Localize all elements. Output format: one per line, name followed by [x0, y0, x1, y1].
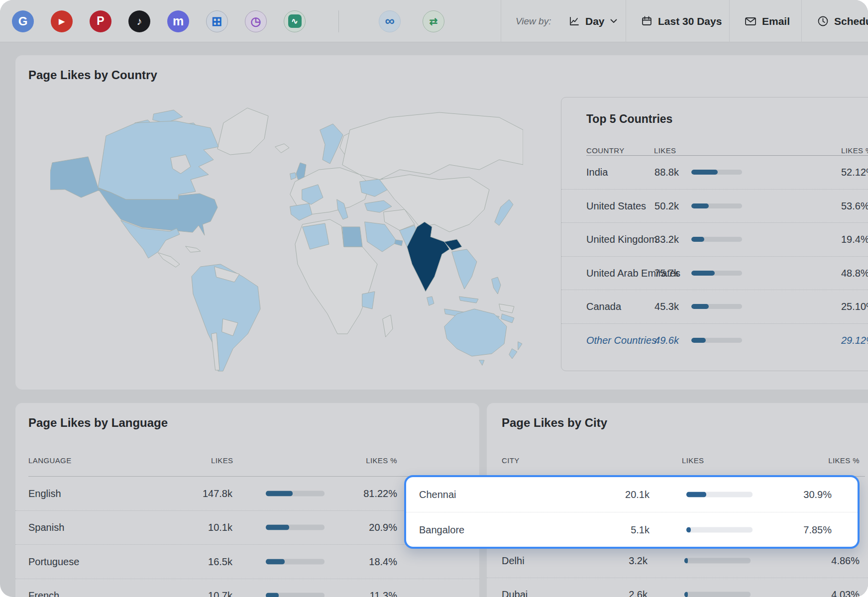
table-row: United States 50.2k 53.6% [561, 189, 868, 223]
network-icon[interactable]: ▶ [51, 10, 73, 32]
table-row: Other Countries 49.6k 29.12% [561, 323, 868, 357]
network-icon[interactable]: P [90, 10, 111, 32]
connected-apps-row: ∞ ⇄ [379, 10, 444, 32]
country-name: India [586, 167, 608, 178]
likes-bar [686, 527, 753, 533]
chevron-down-icon [610, 19, 617, 23]
likes-bar [266, 593, 325, 597]
likes-bar [266, 491, 325, 496]
column-header-country: COUNTRY [586, 146, 625, 155]
connected-app-glyph: ∞ [383, 14, 397, 28]
clock-icon [817, 15, 829, 27]
likes-value: 33.2k [621, 234, 679, 245]
likes-pct-value: 4.03% [795, 589, 860, 597]
likes-bar-fill [684, 592, 688, 597]
column-header-likes-pct: LIKES % [332, 456, 397, 465]
table-row: United Kingdom 33.2k 19.4% [561, 222, 868, 256]
card-title: Page Likes by Language [28, 416, 168, 430]
language-name: French [28, 590, 59, 597]
network-glyph: ∿ [288, 14, 302, 28]
likes-bar [684, 592, 751, 597]
top-bar: G ▶ P ♪ m ⊞ [0, 0, 868, 42]
connected-app-glyph: ⇄ [427, 14, 440, 28]
likes-bar [266, 559, 325, 564]
network-icon[interactable]: ∿ [284, 10, 306, 32]
column-header-city: CITY [502, 456, 520, 465]
likes-value: 10.1k [168, 522, 232, 533]
likes-bar-fill [691, 170, 718, 175]
connected-app-icon[interactable]: ∞ [379, 10, 401, 32]
view-by-label: View by: [516, 0, 551, 42]
likes-bar [691, 304, 742, 309]
line-chart-icon [569, 16, 580, 27]
schedule-button[interactable]: Schedule [817, 0, 868, 42]
likes-value: 10.7k [168, 590, 232, 597]
topbar-divider [801, 0, 802, 42]
network-icon[interactable]: ⊞ [206, 10, 228, 32]
email-label: Email [762, 15, 790, 27]
table-row: Portuguese 16.5k 18.4% [15, 544, 479, 579]
view-mode-dropdown[interactable]: Day [569, 0, 617, 42]
likes-value: 45.3k [621, 301, 679, 312]
likes-bar-fill [266, 593, 279, 597]
column-header-likes-pct: LIKES % [795, 456, 860, 465]
likes-value: 49.6k [621, 334, 679, 346]
column-header-language: LANGUAGE [28, 456, 72, 465]
date-range-value: Last 30 Days [658, 15, 722, 27]
likes-value: 3.2k [583, 555, 648, 566]
icon-group-divider [338, 10, 339, 32]
likes-value: 147.8k [168, 488, 232, 499]
likes-pct-value: 48.8% [841, 267, 868, 279]
network-icon-row: G ▶ P ♪ m ⊞ [12, 0, 444, 42]
likes-bar [684, 558, 751, 563]
likes-bar [691, 203, 742, 208]
likes-pct-value: 19.4% [841, 234, 868, 245]
network-glyph: ⊞ [211, 14, 224, 28]
language-name: Spanish [28, 522, 64, 533]
likes-bar-fill [266, 559, 285, 564]
likes-pct-value: 4.86% [795, 555, 860, 566]
schedule-label: Schedule [834, 15, 868, 27]
network-glyph: G [16, 14, 30, 28]
connected-app-icon[interactable]: ⇄ [423, 10, 444, 32]
likes-value: 88.8k [621, 167, 679, 178]
column-header-likes: LIKES [682, 456, 704, 465]
city-name: Dubai [502, 589, 528, 597]
table-row: United Arab Emirates 75.7k 48.8% [561, 256, 868, 290]
language-name: Portuguese [28, 556, 79, 567]
likes-pct-value: 52.12% [841, 167, 868, 178]
email-button[interactable]: Email [745, 0, 790, 42]
highlight-box: Chennai 20.1k 30.9% Bangalore 5.1k 7.85% [404, 475, 860, 549]
column-header-likes: LIKES [654, 146, 676, 155]
likes-pct-value: 20.9% [332, 522, 397, 533]
network-icon[interactable]: ♪ [128, 10, 150, 32]
date-range-button[interactable]: Last 30 Days [641, 0, 722, 42]
network-icon[interactable]: G [12, 10, 34, 32]
likes-pct-value: 81.22% [332, 488, 397, 499]
city-table: Delhi 3.2k 4.86% Dubai 2.6k 4.03% [487, 544, 868, 597]
table-row: French 10.7k 11.3% [15, 579, 479, 597]
network-icon[interactable]: m [167, 10, 189, 32]
likes-bar [691, 338, 742, 343]
topbar-divider [729, 0, 730, 42]
network-icon[interactable]: ◷ [245, 10, 267, 32]
panel-title: Top 5 Countries [586, 112, 672, 126]
likes-pct-value: 29.12% [841, 334, 868, 346]
likes-pct-value: 25.10% [841, 301, 868, 312]
world-map[interactable] [50, 99, 523, 378]
city-name: Bangalore [419, 524, 464, 536]
table-row: Dubai 2.6k 4.03% [487, 578, 868, 597]
likes-bar-fill [691, 203, 709, 208]
table-row: India 88.8k 52.12% [561, 156, 868, 189]
dashboard-screen: G ▶ P ♪ m ⊞ [0, 0, 868, 597]
card-title: Page Likes by City [502, 416, 607, 430]
likes-bar-fill [691, 338, 706, 343]
likes-value: 75.7k [621, 267, 679, 279]
likes-pct-value: 53.6% [841, 200, 868, 211]
column-header-likes: LIKES [211, 456, 233, 465]
likes-pct-value: 30.9% [767, 489, 832, 500]
likes-bar-fill [686, 492, 706, 498]
top-countries-panel: Top 5 Countries COUNTRY LIKES LIKES % In… [561, 97, 868, 371]
likes-bar [691, 170, 742, 175]
table-row: Chennai 20.1k 30.9% [406, 477, 858, 512]
